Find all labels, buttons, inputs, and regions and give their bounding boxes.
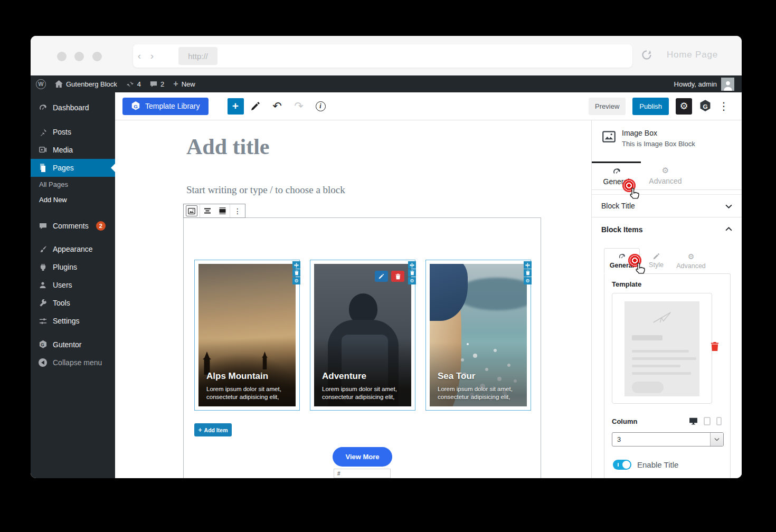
comments-menu[interactable]: 2 (150, 80, 164, 88)
responsive-desktop-icon[interactable] (689, 417, 698, 425)
redo-button[interactable]: ↷ (289, 97, 309, 116)
column-select[interactable]: 3 (612, 432, 724, 446)
wordpress-logo-icon[interactable]: W (36, 79, 46, 89)
avatar[interactable] (721, 78, 734, 91)
item-settings-button[interactable]: ⚙ (292, 277, 300, 284)
card-description[interactable]: Lorem ipsum dolor sit amet, consectetur … (438, 385, 521, 401)
block-options-button[interactable]: ⋮ (230, 204, 245, 217)
sidebar-item-posts[interactable]: Posts (31, 123, 115, 141)
window-minimize-button[interactable] (74, 52, 84, 61)
page-action-label[interactable]: Home Page (667, 50, 718, 60)
delete-item-button[interactable] (524, 269, 532, 277)
kebab-icon: ⋮ (234, 207, 241, 215)
window-close-button[interactable] (57, 52, 67, 61)
back-icon[interactable]: ‹ (133, 44, 146, 68)
edit-item-button[interactable] (375, 271, 388, 282)
gear-icon: ⚙ (679, 100, 688, 112)
responsive-mobile-icon[interactable] (716, 417, 722, 425)
card-title[interactable]: Adventure (322, 371, 407, 382)
card-text: Adventure Lorem ipsum dolor sit amet, co… (322, 371, 407, 401)
settings-toggle-button[interactable]: ⚙ (676, 98, 692, 115)
remove-item-button[interactable] (391, 271, 404, 282)
column-label: Column (612, 417, 637, 425)
forward-icon[interactable]: › (146, 44, 158, 68)
gear-icon: ⚙ (294, 278, 298, 283)
template-library-label: Template Library (145, 102, 200, 110)
home-icon (55, 80, 63, 88)
url-bar[interactable]: ‹ › http:// (133, 44, 632, 68)
delete-template-button[interactable] (711, 341, 719, 354)
tab-advanced[interactable]: ⚙ Advanced (641, 162, 690, 189)
post-title-input[interactable]: Add title (186, 134, 270, 159)
comments-count-badge: 2 (96, 221, 106, 231)
enable-title-toggle[interactable] (613, 460, 631, 470)
sidebar-item-label: Gutentor (53, 340, 81, 349)
brush-icon (38, 245, 48, 253)
window-maximize-button[interactable] (92, 52, 102, 61)
delete-item-button[interactable] (292, 269, 300, 277)
sidebar-item-label: Users (53, 281, 72, 289)
sidebar-item-settings[interactable]: Settings (31, 312, 115, 330)
template-preview-card[interactable] (612, 293, 712, 404)
sidebar-item-dashboard[interactable]: Dashboard (31, 99, 115, 117)
image-box-item-alps[interactable]: Alps Mountain Lorem ipsum dolor sit amet… (194, 260, 300, 411)
sidebar-subitem-all-pages[interactable]: All Pages (31, 177, 115, 192)
editor-header-right: Preview Publish ⚙ G ⋮ (589, 98, 742, 115)
sidebar-item-media[interactable]: Media (31, 141, 115, 159)
sidebar-item-label: Collapse menu (53, 358, 102, 367)
block-type-button[interactable] (184, 204, 200, 217)
preview-button[interactable]: Preview (589, 98, 626, 115)
more-options-icon[interactable]: ⋮ (718, 100, 729, 112)
responsive-tablet-icon[interactable] (704, 417, 711, 425)
subtab-advanced[interactable]: ⚙ Advanced (672, 248, 710, 273)
site-menu[interactable]: Gutenberg Block (55, 80, 117, 88)
enable-title-label: Enable Title (637, 460, 678, 469)
image-box-items: Alps Mountain Lorem ipsum dolor sit amet… (194, 260, 531, 411)
image-box-item-adventure[interactable]: Adventure Lorem ipsum dolor sit amet, co… (310, 260, 415, 411)
add-item-button[interactable]: + Add Item (194, 423, 232, 436)
sidebar-item-pages[interactable]: Pages (31, 159, 115, 177)
refresh-icon[interactable] (641, 49, 652, 61)
link-url-input[interactable]: # (334, 469, 391, 478)
accordion-block-items[interactable]: Block Items (592, 217, 742, 242)
publish-button[interactable]: Publish (632, 98, 669, 115)
sidebar-subitem-add-new[interactable]: Add New (31, 192, 115, 207)
comments-icon (38, 223, 48, 230)
accordion-block-title[interactable]: Block Title (592, 194, 742, 217)
sidebar-item-plugins[interactable]: Plugins (31, 258, 115, 276)
undo-button[interactable]: ↶ (268, 97, 287, 116)
move-item-button[interactable] (408, 261, 416, 269)
user-icon (38, 281, 48, 289)
wide-width-button[interactable] (215, 204, 230, 217)
move-item-button[interactable] (524, 261, 532, 269)
block-inserter-button[interactable]: + (228, 98, 244, 115)
card-description[interactable]: Lorem ipsum dolor sit amet, consectetur … (206, 385, 290, 401)
sidebar-item-collapse-menu[interactable]: Collapse menu (31, 354, 115, 372)
align-button[interactable] (200, 204, 215, 217)
sidebar-item-appearance[interactable]: Appearance (31, 240, 115, 258)
template-library-button[interactable]: G Template Library (122, 98, 209, 115)
card-title[interactable]: Sea Tour (438, 371, 523, 382)
sidebar-item-comments[interactable]: Comments 2 (31, 217, 115, 235)
delete-item-button[interactable] (408, 269, 416, 277)
card-text: Alps Mountain Lorem ipsum dolor sit amet… (206, 371, 291, 401)
info-button[interactable]: i (311, 97, 330, 116)
view-more-button[interactable]: View More (333, 447, 392, 467)
sidebar-item-gutentor[interactable]: G Gutentor (31, 336, 115, 354)
card-description[interactable]: Lorem ipsum dolor sit amet, consectetur … (322, 385, 405, 401)
image-box-item-sea[interactable]: Sea Tour Lorem ipsum dolor sit amet, con… (425, 260, 531, 411)
sidebar-item-users[interactable]: Users (31, 276, 115, 294)
updates-menu[interactable]: 4 (126, 80, 141, 88)
item-settings-button[interactable]: ⚙ (524, 277, 532, 284)
new-content-menu[interactable]: + New (173, 79, 195, 89)
subtab-style[interactable]: Style (643, 248, 669, 273)
hand-cursor-icon (633, 262, 645, 276)
block-appender-placeholder[interactable]: Start writing or type / to choose a bloc… (186, 184, 345, 196)
move-item-button[interactable] (292, 261, 300, 269)
tools-pencil-button[interactable] (246, 97, 266, 116)
howdy-label[interactable]: Howdy, admin (674, 80, 717, 88)
sidebar-item-tools[interactable]: Tools (31, 294, 115, 312)
gutentor-settings-icon[interactable]: G (699, 99, 712, 113)
item-settings-button[interactable]: ⚙ (408, 277, 416, 284)
card-title[interactable]: Alps Mountain (206, 371, 291, 382)
